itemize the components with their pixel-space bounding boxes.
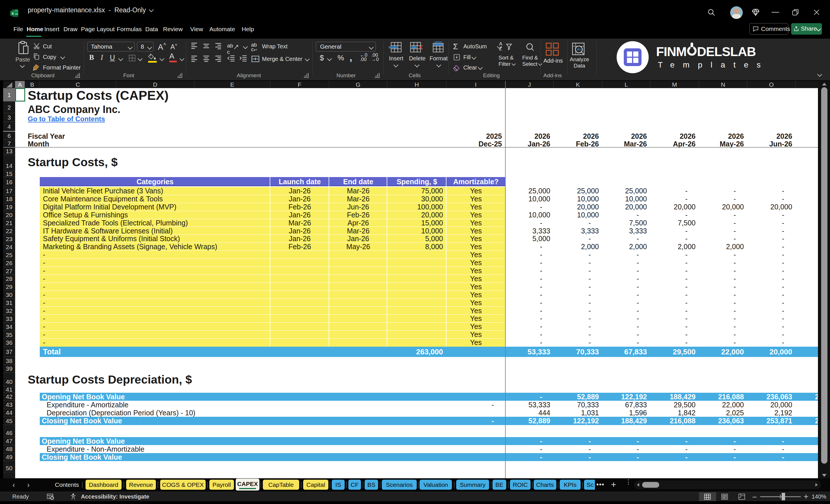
svg-text:x: x xyxy=(12,11,14,15)
